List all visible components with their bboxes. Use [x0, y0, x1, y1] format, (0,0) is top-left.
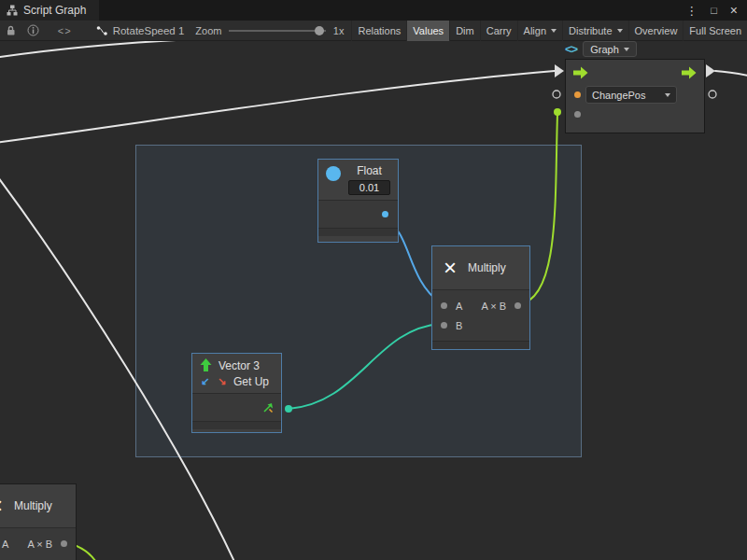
- port-row-a: A A × B: [432, 296, 529, 315]
- window-controls: ⋮ □ ×: [685, 3, 747, 18]
- script-graph-tab[interactable]: Script Graph: [0, 0, 99, 21]
- value-port-left-circle[interactable]: [553, 91, 560, 98]
- graph-dropdown-label: Graph: [590, 44, 619, 55]
- graph-dropdown[interactable]: Graph: [583, 41, 637, 57]
- multiply-input-a-port[interactable]: [441, 302, 447, 309]
- float-output-port[interactable]: [382, 211, 388, 217]
- zoom-value: 1x: [333, 25, 345, 36]
- script-graph-icon: [7, 5, 18, 16]
- port-row-b: B: [432, 315, 529, 335]
- window-title: Script Graph: [23, 4, 86, 17]
- vector3-port-icon[interactable]: [261, 401, 275, 414]
- wire-white-top-left[interactable]: [0, 39, 191, 58]
- kebab-menu-icon[interactable]: ⋮: [685, 4, 698, 18]
- arrow-down-left-icon: ↙: [200, 375, 210, 387]
- wire-white-to-graph-node[interactable]: [0, 71, 555, 143]
- port-label-b: B: [456, 320, 462, 331]
- breadcrumb[interactable]: RotateSpeed 1: [113, 25, 185, 36]
- align-dropdown-button[interactable]: Align: [517, 21, 562, 41]
- relations-button[interactable]: Relations: [351, 21, 406, 41]
- distribute-dropdown-button[interactable]: Distribute: [562, 21, 627, 41]
- node-float-ports: [318, 200, 398, 228]
- graph-toolbar: <> RotateSpeed 1 Zoom 1x Relations Value…: [0, 21, 747, 41]
- lock-icon[interactable]: [6, 25, 16, 36]
- getup-output-dot[interactable]: [285, 405, 292, 413]
- maximize-icon[interactable]: □: [711, 5, 717, 16]
- node-footer: [318, 228, 398, 236]
- zoom-label: Zoom: [195, 25, 221, 36]
- node-multiply-header: × Multiply: [432, 246, 529, 289]
- float-type-icon: [326, 166, 341, 181]
- node-float[interactable]: Float 0.01: [317, 159, 399, 243]
- node-vector3-header: Vector 3 ↙ ↘ Get Up: [192, 354, 281, 393]
- zoom-slider-handle[interactable]: [315, 26, 324, 35]
- multiply2-output-port[interactable]: [61, 540, 67, 547]
- values-button[interactable]: Values: [406, 21, 449, 41]
- multiply-icon: ×: [0, 495, 7, 517]
- node-vector3-get-up[interactable]: Vector 3 ↙ ↘ Get Up: [191, 353, 282, 433]
- multiply-output-port[interactable]: [514, 302, 521, 309]
- wire-white-right-exit[interactable]: [715, 71, 747, 77]
- overview-button[interactable]: Overview: [628, 21, 684, 41]
- info-icon[interactable]: [27, 24, 39, 36]
- multiply-icon: ×: [440, 257, 460, 279]
- chevron-down-icon: [624, 48, 629, 51]
- node-footer: [192, 421, 281, 429]
- value-port-right-circle[interactable]: [709, 91, 716, 98]
- changepos-value-port[interactable]: [574, 91, 581, 98]
- flow-in-arrow-icon[interactable]: [573, 66, 588, 79]
- port-label-a: A: [2, 539, 8, 550]
- carry-button[interactable]: Carry: [480, 21, 517, 41]
- graph-breadcrumb: <> Graph: [565, 41, 637, 57]
- port-label-out: A × B: [27, 539, 52, 550]
- chevron-down-icon: [665, 93, 670, 97]
- node-title: Multiply: [468, 261, 506, 274]
- graph-asset-icon: [96, 25, 108, 36]
- dim-button[interactable]: Dim: [449, 21, 480, 41]
- node-subtitle: Get Up: [233, 375, 269, 388]
- port-label-a: A: [456, 301, 462, 312]
- node-multiply[interactable]: × Multiply A A × B B: [431, 245, 530, 350]
- node-changepos-unit[interactable]: ChangePos: [565, 59, 705, 133]
- node-title: Multiply: [14, 499, 52, 512]
- zoom-slider[interactable]: [229, 30, 325, 32]
- float-value-input[interactable]: 0.01: [348, 180, 390, 195]
- up-arrow-icon: [200, 358, 212, 372]
- multiply-input-b-port[interactable]: [441, 322, 447, 329]
- node-title: Vector 3: [218, 359, 260, 372]
- chevron-down-icon: [551, 29, 557, 33]
- node-float-header: Float 0.01: [318, 160, 398, 200]
- flow-arrow-in-icon: [555, 64, 564, 77]
- port-label-out: A × B: [481, 301, 506, 312]
- flow-out-arrow-icon[interactable]: [682, 66, 697, 79]
- node-multiply2-ports: A A × B: [0, 527, 76, 560]
- changepos-dropdown-label: ChangePos: [592, 90, 646, 101]
- node-vector3-ports: [192, 393, 281, 421]
- node-multiply-ports: A A × B B: [432, 289, 529, 341]
- full-screen-button[interactable]: Full Screen: [683, 21, 747, 41]
- node-multiply2-header: × Multiply: [0, 484, 76, 527]
- code-icon[interactable]: <>: [58, 25, 72, 36]
- arrow-down-right-icon: ↘: [217, 375, 227, 387]
- unconnected-port[interactable]: [574, 111, 581, 118]
- port-row-a: A A × B: [0, 534, 76, 553]
- node-title: Float: [348, 164, 390, 177]
- flow-arrow-out-icon: [706, 64, 715, 77]
- changepos-dropdown[interactable]: ChangePos: [585, 86, 677, 104]
- visual-scripting-icon: <>: [565, 42, 577, 56]
- changepos-wire-end-dot[interactable]: [554, 108, 561, 116]
- window-titlebar: Script Graph ⋮ □ ×: [0, 0, 747, 21]
- chevron-down-icon: [617, 29, 623, 33]
- wire-getup-to-multiply-b[interactable]: [289, 324, 441, 409]
- close-icon[interactable]: ×: [730, 3, 738, 18]
- node-footer: [432, 341, 529, 349]
- node-multiply-partial[interactable]: × Multiply A A × B: [0, 483, 77, 560]
